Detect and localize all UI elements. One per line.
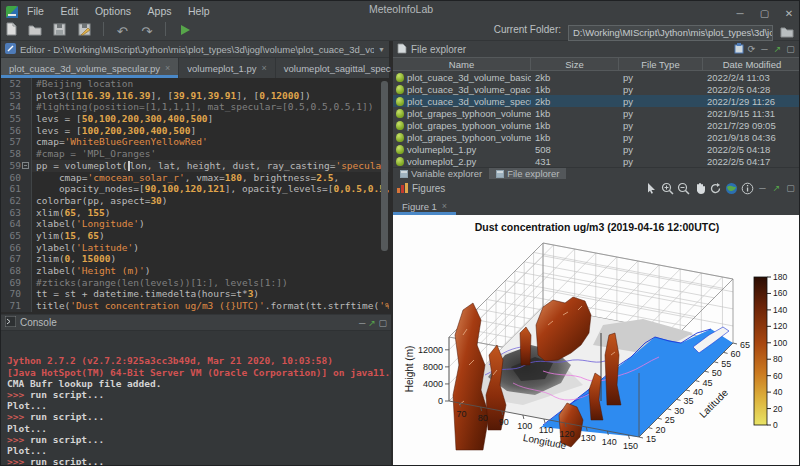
- explorer-float-icon[interactable]: ↗: [771, 44, 784, 54]
- current-folder-value: D:\Working\MIScript\Jython\mis\plot_type…: [573, 27, 773, 38]
- figures-minimize-icon[interactable]: ─: [756, 183, 769, 193]
- console-minimize-icon[interactable]: ─: [359, 318, 365, 328]
- title-bar: File Edit Options Apps Help MeteoInfoLab…: [1, 1, 800, 19]
- save-as-button[interactable]: [74, 21, 94, 39]
- browse-folder-button[interactable]: [777, 22, 797, 40]
- file-row[interactable]: volumeplot_1.py508py2022/2/5 04:18: [393, 143, 800, 155]
- file-row[interactable]: plot_grapes_typhoon_volume.py1kbpy2021/9…: [393, 107, 800, 119]
- code-line[interactable]: 61 opacity_nodes=[90,100,120,121], opaci…: [1, 183, 389, 195]
- code-editor-area[interactable]: 52#Beijing location53plot3([116.39,116.3…: [1, 78, 389, 314]
- console-output[interactable]: Jython 2.7.2 (v2.7.2:925a3cc3b49d, Mar 2…: [1, 331, 391, 466]
- code-line[interactable]: 64xlabel('Longitude'): [1, 218, 389, 230]
- menu-help[interactable]: Help: [182, 3, 216, 19]
- colorbar-tick-label: 40: [773, 387, 783, 397]
- console-line: >>> run script...: [7, 389, 391, 400]
- menu-file[interactable]: File: [21, 3, 50, 19]
- code-line[interactable]: 57cmap='WhiteBlueGreenYellowRed': [1, 136, 389, 148]
- file-row[interactable]: plot_cuace_3d_volume_basic.py2kbpy2022/2…: [393, 71, 800, 83]
- y-tick-label: 65: [740, 340, 750, 350]
- code-line[interactable]: 59pp = volumeplot(lon, lat, height, dust…: [1, 160, 389, 172]
- figure-tab-bar: Figure 1 ×: [393, 197, 800, 215]
- console-maximize-icon[interactable]: ▢: [378, 318, 387, 328]
- code-line[interactable]: 56levs = [100,200,300,400,500]: [1, 125, 389, 137]
- close-icon[interactable]: ×: [165, 63, 170, 73]
- close-icon[interactable]: ×: [262, 63, 267, 73]
- tab-figure-1[interactable]: Figure 1 ×: [393, 197, 456, 215]
- code-line[interactable]: 68zlabel('Height (m)'): [1, 265, 389, 277]
- code-line[interactable]: 65ylim(15, 65): [1, 230, 389, 242]
- window-minimize-button[interactable]: ─: [730, 8, 750, 19]
- current-folder-label: Current Folder:: [494, 24, 561, 35]
- code-line[interactable]: 63xlim(65, 155): [1, 207, 389, 219]
- file-row[interactable]: plot_grapes_typhoon_volume_2.py1kbpy2021…: [393, 131, 800, 143]
- zoom-out-icon[interactable]: [676, 181, 691, 196]
- y-tick-label: 55: [721, 359, 731, 369]
- colorbar-tick-label: 180: [773, 272, 787, 282]
- rotate-icon[interactable]: [708, 181, 723, 196]
- file-row[interactable]: plot_grapes_typhoon_volume_1.py1kbpy2021…: [393, 119, 800, 131]
- select-arrow-icon[interactable]: [644, 181, 659, 196]
- x-tick-label: 110: [539, 425, 553, 435]
- figure-canvas[interactable]: Dust concentration ug/m3 (2019-04-16 12:…: [393, 215, 800, 466]
- paste-path-icon[interactable]: [732, 43, 745, 56]
- figures-float-icon[interactable]: ↗: [770, 183, 783, 193]
- identify-info-icon[interactable]: [740, 181, 755, 196]
- menu-apps[interactable]: Apps: [142, 3, 178, 19]
- zoom-in-icon[interactable]: [660, 181, 675, 196]
- file-row[interactable]: plot_cuace_3d_volume_opacity.py1kbpy2022…: [393, 83, 800, 95]
- file-icon: [397, 43, 407, 56]
- file-explorer-icon: [496, 170, 504, 178]
- z-tick-label: 12000: [418, 345, 443, 355]
- new-file-button[interactable]: [1, 20, 21, 38]
- tab-volumeplot-1[interactable]: volumeplot_1.py ×: [179, 58, 275, 78]
- column-date-modified[interactable]: Date Modified: [703, 58, 800, 70]
- code-line[interactable]: 58#cmap = 'MPL_Oranges': [1, 148, 389, 160]
- tab-file-explorer[interactable]: File explorer: [489, 168, 566, 179]
- tab-label: volumeplot_1.py: [187, 63, 256, 74]
- explorer-maximize-icon[interactable]: ▢: [784, 44, 797, 54]
- column-file-type[interactable]: File Type: [619, 58, 703, 70]
- figures-maximize-icon[interactable]: ▢: [784, 183, 797, 193]
- code-line[interactable]: 71title('Dust concentration ug/m3 ({}UTC…: [1, 300, 389, 312]
- code-line[interactable]: 60 cmap='cmocean_solar_r', vmax=180, bri…: [1, 172, 389, 184]
- code-line[interactable]: 53plot3([116.39,116.39], [39.91,39.91], …: [1, 90, 389, 102]
- code-line[interactable]: 69#zticks(arange(len(levels))[1:], level…: [1, 277, 389, 289]
- globe-icon[interactable]: [724, 181, 739, 196]
- explorer-minimize-icon[interactable]: ─: [758, 44, 771, 54]
- editor-scrollbar[interactable]: [381, 81, 388, 251]
- python-file-icon: [396, 133, 404, 142]
- file-row[interactable]: plot_cuace_3d_volume_specular.py2kbpy202…: [393, 95, 800, 107]
- pan-hand-icon[interactable]: [692, 181, 707, 196]
- run-script-button[interactable]: [175, 21, 195, 39]
- variable-explorer-icon: [400, 170, 408, 178]
- column-size[interactable]: Size: [531, 58, 619, 70]
- column-name[interactable]: Name: [393, 58, 531, 70]
- redo-button[interactable]: ↷: [137, 23, 157, 41]
- code-line[interactable]: 54#lighting(position=[1,1,1,1], mat_spec…: [1, 101, 389, 113]
- menu-edit[interactable]: Edit: [54, 3, 84, 19]
- code-line[interactable]: 66ylabel('Latitude'): [1, 242, 389, 254]
- editor-menu-dropdown-icon[interactable]: ▼: [378, 46, 385, 53]
- tab-variable-explorer[interactable]: Variable explorer: [393, 168, 489, 179]
- console-float-icon[interactable]: ↗: [368, 318, 376, 328]
- save-button[interactable]: [50, 21, 70, 39]
- file-explorer-panel: File explorer ⟳ ─ ↗ ▢ Name Size File Typ…: [393, 41, 800, 179]
- code-line[interactable]: 67zlim(0, 15000): [1, 253, 389, 265]
- undo-button[interactable]: ↶: [112, 23, 132, 41]
- code-line[interactable]: 70tt = st + datetime.timedelta(hours=t*3…: [1, 288, 389, 300]
- file-table-header: Name Size File Type Date Modified: [393, 57, 800, 71]
- code-line[interactable]: 62colorbar(pp, aspect=30): [1, 195, 389, 207]
- console-line: [Java HotSpot(TM) 64-Bit Server VM (Orac…: [7, 367, 391, 378]
- refresh-icon[interactable]: ⟳: [745, 44, 758, 54]
- file-row[interactable]: volumeplot_2.py431py2022/2/5 04:17: [393, 155, 800, 167]
- current-folder-combobox[interactable]: D:\Working\MIScript\Jython\mis\plot_type…: [568, 25, 773, 41]
- code-line[interactable]: 55levs = [50,100,200,300,400,500]: [1, 113, 389, 125]
- window-maximize-button[interactable]: ▢: [755, 8, 775, 19]
- tab-plot-cuace-3d-volume-specular[interactable]: plot_cuace_3d_volume_specular.py ×: [1, 58, 179, 78]
- code-line[interactable]: 52#Beijing location: [1, 78, 389, 90]
- open-folder-button[interactable]: [25, 21, 45, 39]
- tab-label: plot_cuace_3d_volume_specular.py: [9, 63, 160, 74]
- close-icon[interactable]: ×: [442, 201, 447, 211]
- window-close-button[interactable]: ✕: [779, 8, 799, 19]
- menu-options[interactable]: Options: [89, 3, 137, 19]
